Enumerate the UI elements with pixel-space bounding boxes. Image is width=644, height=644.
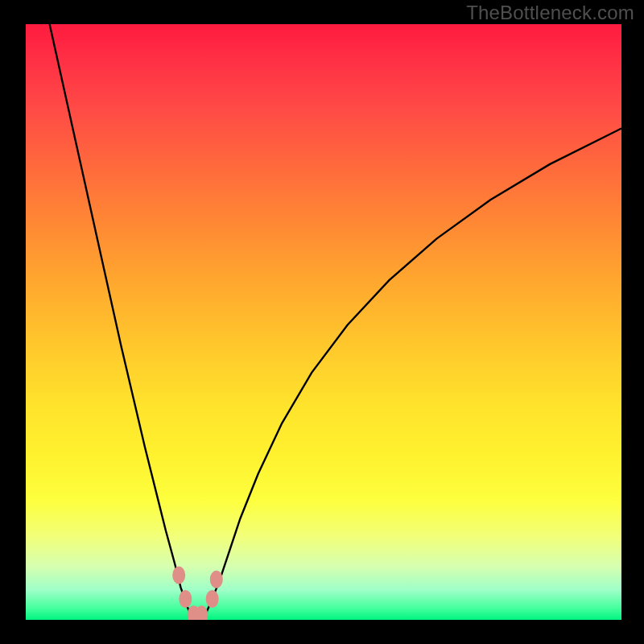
marker-dot [210, 571, 223, 588]
marker-dot [172, 567, 185, 584]
curve-left-branch [50, 24, 192, 617]
marker-dots [172, 567, 223, 621]
marker-dot [206, 590, 219, 608]
watermark-text: TheBottleneck.com [466, 2, 634, 24]
bottleneck-curve [26, 24, 621, 620]
marker-dot [179, 590, 192, 608]
curve-right-branch [204, 129, 621, 617]
chart-plot-area [26, 24, 621, 620]
